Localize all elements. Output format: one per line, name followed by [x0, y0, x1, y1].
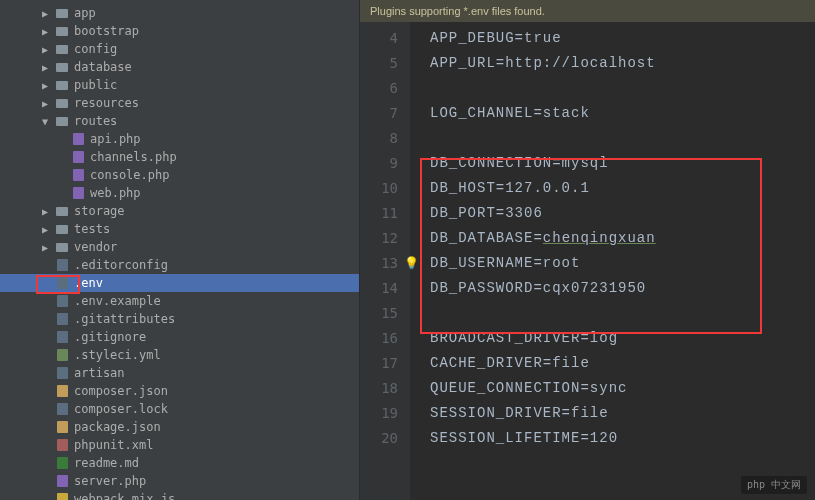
tree-item-label: resources [74, 96, 139, 110]
plugin-notification-bar[interactable]: Plugins supporting *.env files found. [360, 0, 815, 22]
expand-arrow-icon[interactable]: ▶ [42, 44, 54, 55]
generic-icon [54, 367, 70, 379]
md-icon [54, 457, 70, 469]
line-number: 5 [360, 51, 398, 76]
code-line[interactable]: DB_USERNAME=root [430, 251, 815, 276]
tree-item-server-php[interactable]: server.php [0, 472, 359, 490]
tree-item-channels-php[interactable]: channels.php [0, 148, 359, 166]
expand-arrow-icon[interactable]: ▶ [42, 242, 54, 253]
code-line[interactable] [430, 126, 815, 151]
tree-item-label: .styleci.yml [74, 348, 161, 362]
expand-arrow-icon[interactable]: ▶ [42, 98, 54, 109]
expand-arrow-icon[interactable]: ▶ [42, 224, 54, 235]
tree-item-api-php[interactable]: api.php [0, 130, 359, 148]
tree-item--env[interactable]: .env [0, 274, 359, 292]
tree-item-label: artisan [74, 366, 125, 380]
tree-item-app[interactable]: ▶app [0, 4, 359, 22]
tree-item--env-example[interactable]: .env.example [0, 292, 359, 310]
generic-icon [54, 403, 70, 415]
code-line[interactable]: APP_URL=http://localhost [430, 51, 815, 76]
tree-item-public[interactable]: ▶public [0, 76, 359, 94]
code-line[interactable]: DB_PORT=3306 [430, 201, 815, 226]
line-number: 20 [360, 426, 398, 451]
tree-item-webpack-mix-js[interactable]: webpack.mix.js [0, 490, 359, 500]
folder-icon-icon [54, 207, 70, 216]
tree-item-label: .gitattributes [74, 312, 175, 326]
code-line[interactable]: SESSION_LIFETIME=120 [430, 426, 815, 451]
folder-icon-icon [54, 243, 70, 252]
code-line[interactable] [430, 301, 815, 326]
tree-item-label: webpack.mix.js [74, 492, 175, 500]
tree-item-label: vendor [74, 240, 117, 254]
tree-item--gitignore[interactable]: .gitignore [0, 328, 359, 346]
code-line[interactable]: APP_DEBUG=true [430, 26, 815, 51]
php-icon [70, 133, 86, 145]
code-line[interactable]: QUEUE_CONNECTION=sync [430, 376, 815, 401]
expand-arrow-icon[interactable]: ▶ [42, 62, 54, 73]
tree-item-label: .gitignore [74, 330, 146, 344]
tree-item-readme-md[interactable]: readme.md [0, 454, 359, 472]
expand-arrow-icon[interactable]: ▶ [42, 26, 54, 37]
php-icon [70, 187, 86, 199]
tree-item-bootstrap[interactable]: ▶bootstrap [0, 22, 359, 40]
tree-item-phpunit-xml[interactable]: phpunit.xml [0, 436, 359, 454]
generic-icon [54, 277, 70, 289]
json-icon [54, 385, 70, 397]
tree-item--gitattributes[interactable]: .gitattributes [0, 310, 359, 328]
tree-item-composer-json[interactable]: composer.json [0, 382, 359, 400]
tree-item-database[interactable]: ▶database [0, 58, 359, 76]
tree-item-label: database [74, 60, 132, 74]
tree-item-artisan[interactable]: artisan [0, 364, 359, 382]
folder-icon-icon [54, 117, 70, 126]
line-number: 16 [360, 326, 398, 351]
xml-icon [54, 439, 70, 451]
tree-item--editorconfig[interactable]: .editorconfig [0, 256, 359, 274]
tree-item-console-php[interactable]: console.php [0, 166, 359, 184]
line-number: 10 [360, 176, 398, 201]
folder-icon-icon [54, 45, 70, 54]
expand-arrow-icon[interactable]: ▶ [42, 206, 54, 217]
generic-icon [54, 313, 70, 325]
line-number: 4 [360, 26, 398, 51]
tree-item-composer-lock[interactable]: composer.lock [0, 400, 359, 418]
tree-item-label: config [74, 42, 117, 56]
json-icon [54, 421, 70, 433]
code-line[interactable]: DB_DATABASE=chenqingxuan [430, 226, 815, 251]
code-line[interactable]: DB_CONNECTION=mysql [430, 151, 815, 176]
tree-item-label: composer.json [74, 384, 168, 398]
expand-arrow-icon[interactable]: ▶ [42, 80, 54, 91]
code-line[interactable]: LOG_CHANNEL=stack [430, 101, 815, 126]
tree-item-config[interactable]: ▶config [0, 40, 359, 58]
tree-item-label: composer.lock [74, 402, 168, 416]
tree-item-tests[interactable]: ▶tests [0, 220, 359, 238]
code-line[interactable]: DB_HOST=127.0.0.1 [430, 176, 815, 201]
tree-item-storage[interactable]: ▶storage [0, 202, 359, 220]
tree-item-web-php[interactable]: web.php [0, 184, 359, 202]
code-line[interactable]: BROADCAST_DRIVER=log [430, 326, 815, 351]
line-number: 17 [360, 351, 398, 376]
php-icon [70, 169, 86, 181]
expand-arrow-icon[interactable]: ▶ [42, 8, 54, 19]
notification-text: Plugins supporting *.env files found. [370, 5, 545, 17]
code-editor[interactable]: 4567891011121314151617181920 APP_DEBUG=t… [360, 22, 815, 500]
tree-item-routes[interactable]: ▼routes [0, 112, 359, 130]
code-line[interactable]: CACHE_DRIVER=file [430, 351, 815, 376]
tree-item-label: storage [74, 204, 125, 218]
tree-item-resources[interactable]: ▶resources [0, 94, 359, 112]
project-tree-sidebar[interactable]: ▶app▶bootstrap▶config▶database▶public▶re… [0, 0, 360, 500]
tree-item-vendor[interactable]: ▶vendor [0, 238, 359, 256]
tree-item-label: server.php [74, 474, 146, 488]
php-icon [70, 151, 86, 163]
folder-icon-icon [54, 63, 70, 72]
tree-item-label: tests [74, 222, 110, 236]
code-line[interactable] [430, 76, 815, 101]
code-content[interactable]: APP_DEBUG=trueAPP_URL=http://localhostLO… [410, 22, 815, 500]
expand-arrow-icon[interactable]: ▼ [42, 116, 54, 127]
tree-item-label: channels.php [90, 150, 177, 164]
tree-item-package-json[interactable]: package.json [0, 418, 359, 436]
tree-item-label: api.php [90, 132, 141, 146]
tree-item--styleci-yml[interactable]: .styleci.yml [0, 346, 359, 364]
code-line[interactable]: SESSION_DRIVER=file [430, 401, 815, 426]
code-line[interactable]: DB_PASSWORD=cqx07231950 [430, 276, 815, 301]
line-number: 13 [360, 251, 398, 276]
